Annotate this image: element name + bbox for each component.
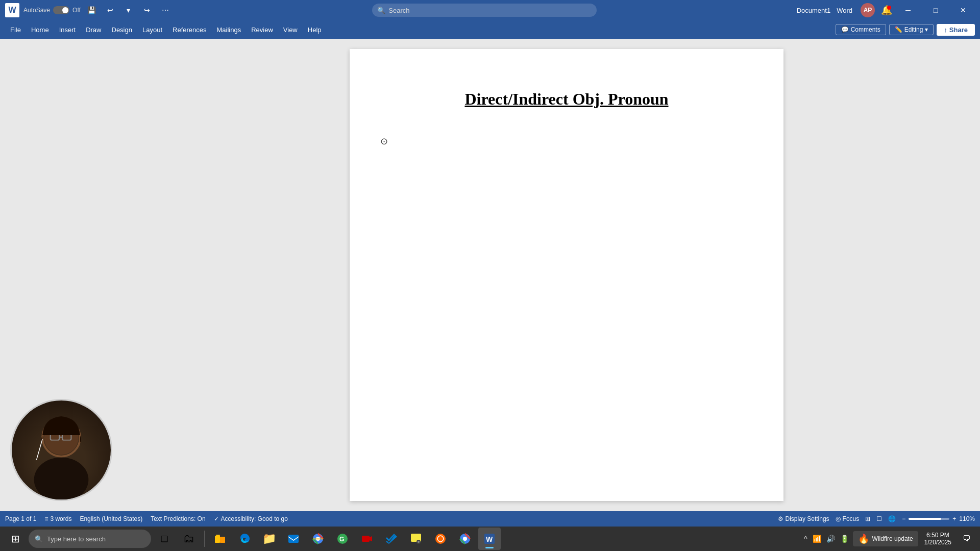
search-placeholder: Search bbox=[388, 7, 409, 14]
text-cursor-icon: ⊙ bbox=[380, 136, 388, 147]
taskbar-divider bbox=[204, 531, 205, 547]
undo-button[interactable]: ↩ bbox=[103, 3, 117, 17]
autosave-state: Off bbox=[72, 7, 81, 14]
zoom-bar: − + 110% bbox=[902, 515, 975, 522]
display-settings[interactable]: ⚙ Display Settings bbox=[778, 515, 829, 522]
menu-file[interactable]: File bbox=[5, 24, 26, 36]
page-info[interactable]: Page 1 of 1 bbox=[5, 515, 36, 522]
webcam-feed bbox=[10, 399, 112, 501]
display-settings-icon: ⚙ bbox=[778, 515, 783, 522]
menu-draw[interactable]: Draw bbox=[81, 24, 106, 36]
undo-dropdown[interactable]: ▾ bbox=[121, 3, 136, 17]
search-box[interactable]: 🔍 Search bbox=[372, 4, 597, 17]
taskbar-search-icon: 🔍 bbox=[35, 535, 43, 543]
editing-label: Editing bbox=[904, 26, 923, 33]
close-button[interactable]: ✕ bbox=[951, 0, 975, 20]
zoom-slider[interactable] bbox=[909, 518, 949, 520]
comments-label: Comments bbox=[851, 26, 880, 33]
comments-button[interactable]: 💬 Comments bbox=[836, 24, 886, 35]
taskbar-pinned-apps: 📁 G W bbox=[209, 528, 501, 550]
taskbar-logo-app[interactable] bbox=[429, 528, 452, 550]
svg-rect-8 bbox=[216, 535, 220, 536]
taskbar-file-app2[interactable]: 📁 bbox=[258, 528, 280, 550]
svg-text:W: W bbox=[486, 535, 493, 543]
taskbar-chrome[interactable] bbox=[307, 528, 329, 550]
accessibility-icon: ✓ bbox=[214, 515, 219, 522]
focus-mode[interactable]: ◎ Focus bbox=[836, 515, 860, 522]
taskbar-video[interactable] bbox=[356, 528, 378, 550]
document-title[interactable]: Direct/Indirect Obj. Pronoun bbox=[401, 90, 732, 109]
tray-chevron[interactable]: ^ bbox=[802, 533, 810, 545]
ribbon-right: 💬 Comments ✏️ Editing ▾ ↑ Share bbox=[836, 24, 975, 36]
taskbar-vscode[interactable] bbox=[380, 528, 403, 550]
share-button[interactable]: ↑ Share bbox=[937, 24, 975, 36]
windows-start-button[interactable]: ⊞ bbox=[4, 528, 27, 550]
notif-dot bbox=[887, 6, 891, 10]
doc-name: Document1 bbox=[797, 7, 830, 14]
page-info-text: Page 1 of 1 bbox=[5, 515, 36, 522]
text-predictions-text: Text Predictions: On bbox=[151, 515, 205, 522]
editing-button[interactable]: ✏️ Editing ▾ bbox=[889, 24, 934, 35]
save-button[interactable]: 💾 bbox=[85, 3, 99, 17]
word-count[interactable]: ≡ 3 words bbox=[44, 515, 71, 522]
taskbar-search[interactable]: 🔍 Type here to search bbox=[29, 530, 151, 548]
svg-point-1 bbox=[34, 458, 89, 501]
word-count-icon: ≡ bbox=[44, 515, 48, 522]
accessibility[interactable]: ✓ Accessibility: Good to go bbox=[214, 515, 288, 522]
taskbar-chrome3[interactable] bbox=[454, 528, 476, 550]
accessibility-text: Accessibility: Good to go bbox=[221, 515, 288, 522]
zoom-minus[interactable]: − bbox=[902, 515, 905, 522]
menu-review[interactable]: Review bbox=[246, 24, 278, 36]
view-mode-read[interactable]: ⊞ bbox=[865, 515, 870, 522]
focus-icon: ◎ bbox=[836, 515, 841, 522]
menu-layout[interactable]: Layout bbox=[137, 24, 167, 36]
editing-icon: ✏️ bbox=[895, 26, 902, 33]
taskbar-widgets[interactable]: 🗂 bbox=[178, 528, 200, 550]
taskbar-outlook[interactable] bbox=[282, 528, 305, 550]
focus-text: Focus bbox=[843, 515, 860, 522]
taskbar-chrome2[interactable]: G bbox=[331, 528, 354, 550]
notification-bell[interactable]: 🔔 bbox=[881, 5, 892, 16]
wildfire-label: Wildfire update bbox=[872, 535, 913, 542]
zoom-plus[interactable]: + bbox=[952, 515, 956, 522]
svg-point-20 bbox=[435, 534, 446, 544]
view-mode-web[interactable]: 🌐 bbox=[888, 515, 896, 522]
text-predictions[interactable]: Text Predictions: On bbox=[151, 515, 205, 522]
doc-area[interactable]: Direct/Indirect Obj. Pronoun ⊙ bbox=[153, 39, 980, 511]
menu-home[interactable]: Home bbox=[26, 24, 54, 36]
menu-references[interactable]: References bbox=[167, 24, 211, 36]
svg-rect-9 bbox=[220, 537, 225, 543]
svg-text:G: G bbox=[339, 536, 344, 543]
tray-battery[interactable]: 🔋 bbox=[838, 533, 851, 545]
share-icon: ↑ bbox=[944, 26, 947, 34]
taskbar-task-view[interactable]: ❑ bbox=[153, 528, 176, 550]
main-content: Direct/Indirect Obj. Pronoun ⊙ bbox=[0, 39, 980, 511]
clock[interactable]: 6:50 PM 1/20/2025 bbox=[920, 532, 955, 546]
tray-network[interactable]: 📶 bbox=[811, 533, 823, 545]
menu-insert[interactable]: Insert bbox=[54, 24, 81, 36]
taskbar-edge[interactable] bbox=[233, 528, 256, 550]
minimize-button[interactable]: ─ bbox=[896, 0, 920, 20]
autosave-toggle[interactable] bbox=[53, 6, 69, 14]
language[interactable]: English (United States) bbox=[80, 515, 142, 522]
word-count-text: 3 words bbox=[50, 515, 71, 522]
menu-view[interactable]: View bbox=[278, 24, 303, 36]
taskbar-file-explorer[interactable] bbox=[209, 528, 231, 550]
user-avatar[interactable]: AP bbox=[861, 3, 875, 17]
view-mode-print[interactable]: ☐ bbox=[876, 515, 882, 522]
language-text: English (United States) bbox=[80, 515, 142, 522]
autosave-area[interactable]: AutoSave Off bbox=[23, 6, 81, 14]
menu-mailings[interactable]: Mailings bbox=[212, 24, 247, 36]
menu-help[interactable]: Help bbox=[303, 24, 327, 36]
editing-chevron: ▾ bbox=[925, 26, 928, 33]
taskbar-word-active[interactable]: W bbox=[478, 528, 501, 550]
menu-design[interactable]: Design bbox=[107, 24, 137, 36]
wildfire-notification[interactable]: 🔥 Wildfire update bbox=[853, 531, 918, 546]
tray-speaker[interactable]: 🔊 bbox=[824, 533, 837, 545]
maximize-button[interactable]: □ bbox=[924, 0, 947, 20]
taskbar-paint[interactable] bbox=[405, 528, 427, 550]
notification-center-button[interactable]: 🗨 bbox=[958, 530, 976, 548]
more-button[interactable]: ⋯ bbox=[158, 3, 173, 17]
redo-button[interactable]: ↪ bbox=[140, 3, 154, 17]
document-page[interactable]: Direct/Indirect Obj. Pronoun ⊙ bbox=[350, 49, 783, 501]
